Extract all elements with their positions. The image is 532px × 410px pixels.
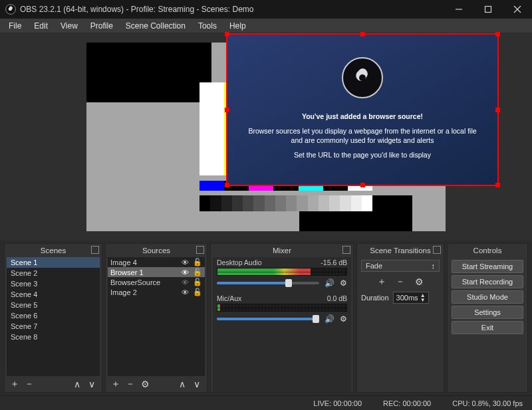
move-source-up-button[interactable]: ∧ (176, 378, 188, 390)
preview-area[interactable]: You've just added a browser source! Brow… (0, 33, 532, 241)
source-item[interactable]: Image 4 👁🔓 (108, 257, 205, 267)
source-item[interactable]: BrowserSource 👁🔓 (108, 277, 205, 287)
overlay-line3: Set the URL to the page you'd like to di… (294, 150, 431, 159)
browser-source-overlay[interactable]: You've just added a browser source! Brow… (226, 33, 499, 186)
add-transition-button[interactable]: ＋ (376, 276, 388, 288)
audio-meter (217, 304, 347, 312)
move-source-down-button[interactable]: ∨ (191, 378, 203, 390)
remove-transition-button[interactable]: － (394, 276, 406, 288)
lock-icon[interactable]: 🔓 (193, 288, 202, 296)
controls-panel: Controls Start Streaming Start Recording… (447, 243, 528, 393)
start-recording-button[interactable]: Start Recording (452, 275, 523, 288)
svg-point-5 (359, 74, 366, 81)
titlebar: OBS 23.2.1 (64-bit, windows) - Profile: … (0, 0, 532, 19)
settings-button[interactable]: Settings (452, 306, 523, 319)
menu-profile[interactable]: Profile (84, 20, 119, 32)
scene-item[interactable]: Scene 1 (7, 257, 100, 268)
scene-item[interactable]: Scene 2 (7, 268, 100, 278)
menu-help[interactable]: Help (223, 20, 252, 32)
volume-slider[interactable] (217, 282, 319, 284)
status-cpu: CPU: 0.8%, 30.00 fps (452, 399, 523, 407)
source-item[interactable]: Image 2 👁🔓 (108, 287, 205, 297)
statusbar: LIVE: 00:00:00 REC: 00:00:00 CPU: 0.8%, … (0, 395, 532, 410)
transitions-panel: Scene Transitions Fade ↕ ＋ － ⚙ Duration … (356, 243, 444, 393)
lock-icon[interactable]: 🔓 (193, 268, 202, 276)
add-scene-button[interactable]: ＋ (9, 378, 21, 390)
volume-slider[interactable] (217, 318, 319, 320)
lock-icon[interactable]: 🔓 (193, 258, 202, 266)
menu-view[interactable]: View (55, 20, 84, 32)
obs-app-icon (5, 4, 16, 15)
docked-panels: Scenes Scene 1 Scene 2 Scene 3 Scene 4 S… (0, 241, 532, 395)
duration-label: Duration (361, 294, 389, 302)
menu-edit[interactable]: Edit (28, 20, 54, 32)
updown-icon: ↕ (432, 262, 436, 270)
close-button[interactable] (503, 0, 532, 19)
channel-name: Desktop Audio (217, 258, 262, 266)
scene-item[interactable]: Scene 3 (7, 278, 100, 289)
transition-select[interactable]: Fade ↕ (361, 260, 440, 272)
mixer-panel: Mixer Desktop Audio-15.6 dB 🔊 ⚙ Mic/Aux0… (210, 243, 354, 393)
undock-icon[interactable] (196, 246, 204, 254)
gear-icon[interactable]: ⚙ (340, 278, 347, 288)
speaker-icon[interactable]: 🔊 (325, 314, 334, 324)
source-item[interactable]: Browser 1 👁🔓 (108, 267, 205, 277)
undock-icon[interactable] (433, 246, 441, 254)
scene-item[interactable]: Scene 8 (7, 332, 100, 342)
menubar: File Edit View Profile Scene Collection … (0, 19, 532, 33)
move-scene-up-button[interactable]: ∧ (71, 378, 83, 390)
channel-db: -15.6 dB (321, 258, 347, 266)
eye-icon[interactable]: 👁 (182, 268, 189, 276)
overlay-line1: You've just added a browser source! (302, 112, 423, 121)
gear-icon[interactable]: ⚙ (340, 314, 347, 324)
scenes-title: Scenes (41, 247, 66, 255)
studio-mode-button[interactable]: Studio Mode (452, 290, 523, 304)
mixer-channel: Mic/Aux0.0 dB 🔊 ⚙ (213, 293, 351, 329)
scene-item[interactable]: Scene 4 (7, 289, 100, 300)
start-streaming-button[interactable]: Start Streaming (452, 260, 523, 273)
eye-off-icon[interactable]: 👁 (182, 278, 189, 286)
scenes-list[interactable]: Scene 1 Scene 2 Scene 3 Scene 4 Scene 5 … (7, 257, 100, 376)
eye-icon[interactable]: 👁 (182, 258, 189, 266)
menu-file[interactable]: File (3, 20, 27, 32)
move-scene-down-button[interactable]: ∨ (86, 378, 98, 390)
status-rec: REC: 00:00:00 (383, 399, 431, 407)
maximize-button[interactable] (473, 0, 503, 19)
add-source-button[interactable]: ＋ (110, 378, 122, 390)
minimize-button[interactable] (444, 0, 473, 19)
transition-properties-button[interactable]: ⚙ (413, 276, 425, 288)
mixer-channel: Desktop Audio-15.6 dB 🔊 ⚙ (213, 257, 351, 293)
channel-name: Mic/Aux (217, 294, 241, 302)
undock-icon[interactable] (342, 246, 350, 254)
controls-title: Controls (473, 247, 502, 255)
sources-panel: Sources Image 4 👁🔓 Browser 1 👁🔓 BrowserS… (105, 243, 207, 393)
source-properties-button[interactable]: ⚙ (139, 378, 151, 390)
sources-title: Sources (142, 247, 170, 255)
menu-tools[interactable]: Tools (192, 20, 223, 32)
remove-source-button[interactable]: － (124, 378, 136, 390)
scenes-panel: Scenes Scene 1 Scene 2 Scene 3 Scene 4 S… (4, 243, 102, 393)
channel-db: 0.0 dB (327, 294, 347, 302)
remove-scene-button[interactable]: － (23, 378, 35, 390)
mixer-title: Mixer (273, 247, 291, 255)
overlay-line2: Browser sources let you display a webpag… (243, 126, 481, 145)
transitions-title: Scene Transitions (370, 247, 430, 255)
scene-item[interactable]: Scene 6 (7, 310, 100, 321)
undock-icon[interactable] (91, 246, 99, 254)
duration-spinbox[interactable]: 300ms ▲▼ (393, 292, 429, 304)
scene-item[interactable]: Scene 5 (7, 300, 100, 310)
speaker-icon[interactable]: 🔊 (325, 278, 334, 288)
window-title: OBS 23.2.1 (64-bit, windows) - Profile: … (20, 5, 253, 14)
scene-item[interactable]: Scene 7 (7, 321, 100, 332)
menu-scene-collection[interactable]: Scene Collection (120, 20, 192, 32)
spin-down-icon[interactable]: ▼ (420, 298, 426, 302)
svg-rect-2 (485, 7, 491, 13)
lock-icon[interactable]: 🔓 (193, 278, 202, 286)
sources-list[interactable]: Image 4 👁🔓 Browser 1 👁🔓 BrowserSource 👁🔓… (108, 257, 205, 376)
status-live: LIVE: 00:00:00 (313, 399, 362, 407)
obs-logo-icon (342, 57, 383, 98)
audio-meter (217, 268, 347, 276)
eye-icon[interactable]: 👁 (182, 288, 189, 296)
exit-button[interactable]: Exit (452, 321, 523, 334)
